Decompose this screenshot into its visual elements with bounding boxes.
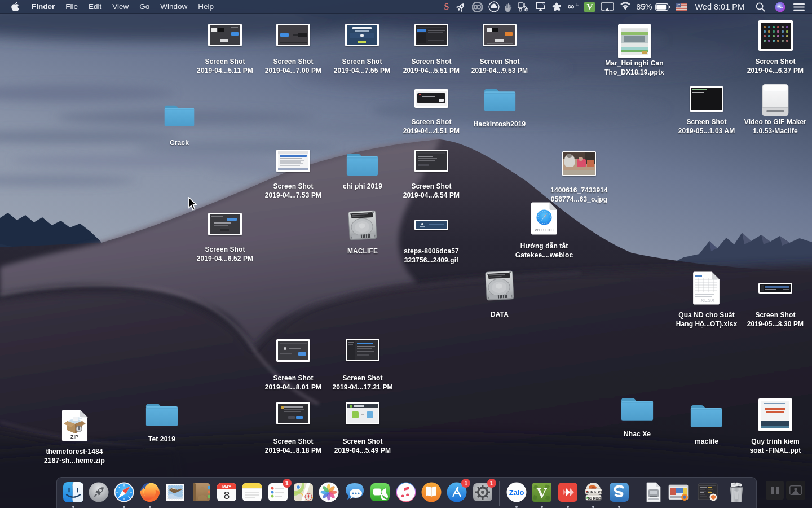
svg-text:Zalo: Zalo	[509, 488, 524, 497]
svg-text:ZIP: ZIP	[70, 434, 78, 440]
svg-text:436 KB/s: 436 KB/s	[586, 490, 602, 494]
svg-text:WEBLOC: WEBLOC	[535, 228, 554, 232]
svg-text:8: 8	[224, 489, 230, 501]
svg-text:V: V	[537, 485, 548, 501]
svg-text:59 KB/s: 59 KB/s	[588, 496, 602, 500]
svg-text:XLSX: XLSX	[701, 297, 715, 303]
svg-text:MAY: MAY	[222, 484, 231, 489]
